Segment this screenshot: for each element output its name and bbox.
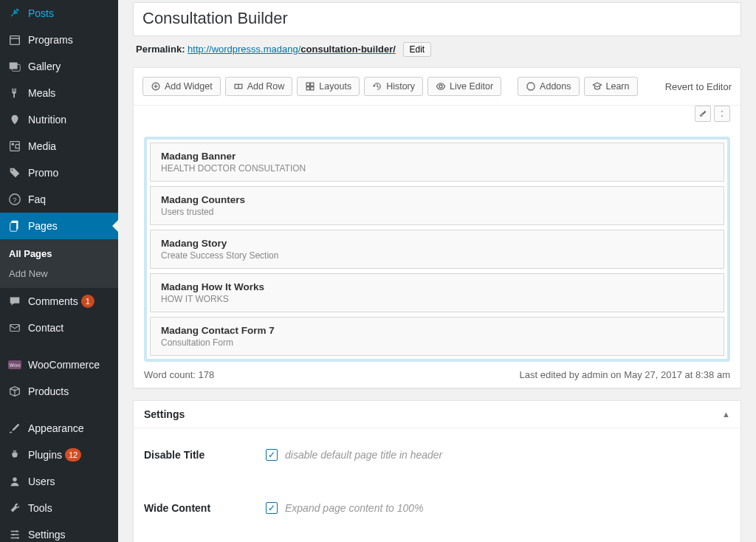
- builder-panel: Add Widget Add Row Layouts History Live …: [133, 67, 741, 388]
- sidebar-item-label: Gallery: [28, 61, 61, 72]
- widget-madang-contact-form[interactable]: Madang Contact Form 7 Consultation Form: [150, 317, 724, 356]
- revert-link[interactable]: Revert to Editor: [665, 81, 732, 92]
- svg-rect-26: [311, 87, 314, 90]
- word-count: Word count: 178: [144, 369, 214, 380]
- permalink-row: Permalink: http://wordpresss.madang/cons…: [133, 36, 741, 60]
- pages-icon: [7, 219, 22, 233]
- widget-madang-counters[interactable]: Madang Counters Users trusted: [150, 186, 724, 225]
- sidebar-item-comments[interactable]: Comments 1: [0, 288, 118, 315]
- layouts-button[interactable]: Layouts: [297, 77, 360, 96]
- sidebar-item-contact[interactable]: Contact: [0, 315, 118, 341]
- sidebar-item-label: Posts: [28, 7, 54, 19]
- addons-button[interactable]: Addons: [518, 77, 579, 96]
- sidebar-item-tools[interactable]: Tools: [0, 495, 118, 521]
- sidebar-item-posts[interactable]: Posts: [0, 0, 118, 27]
- svg-point-14: [13, 534, 15, 536]
- checkbox-wide-content[interactable]: ✓: [266, 502, 278, 514]
- sidebar-item-pages[interactable]: Pages: [0, 213, 118, 239]
- sidebar-item-users[interactable]: Users: [0, 468, 118, 495]
- setting-disable-title: Disable Title ✓ disable default page tit…: [134, 428, 740, 481]
- sidebar-item-nutrition[interactable]: Nutrition: [0, 106, 118, 133]
- edit-permalink-button[interactable]: Edit: [403, 42, 432, 57]
- sidebar-item-label: Faq: [28, 193, 46, 205]
- sidebar-sub-add-new[interactable]: Add New: [0, 264, 118, 284]
- sidebar-item-media[interactable]: Media: [0, 133, 118, 159]
- sidebar-item-meals[interactable]: Meals: [0, 80, 118, 106]
- gallery-icon: [7, 59, 22, 74]
- sidebar-item-woocommerce[interactable]: Woo WooCommerce: [0, 351, 118, 378]
- widget-madang-story[interactable]: Madang Story Create Success Story Sectio…: [150, 230, 724, 269]
- widget-subtitle: Create Success Story Section: [161, 250, 713, 261]
- widget-title: Madang Contact Form 7: [161, 325, 713, 336]
- sidebar-item-label: Users: [28, 476, 55, 487]
- setting-description: disable default page title in header: [285, 449, 442, 461]
- svg-point-4: [12, 143, 15, 146]
- row-move-icon[interactable]: [714, 106, 730, 122]
- plug-icon: [7, 447, 22, 462]
- setting-description: Expand page content to 100%: [285, 502, 424, 514]
- sidebar-item-label: Comments: [28, 295, 78, 307]
- svg-rect-25: [306, 87, 309, 90]
- widget-madang-how-it-works[interactable]: Madang How It Works HOW IT WORKS: [150, 273, 724, 312]
- widget-subtitle: HOW IT WORKS: [161, 294, 713, 304]
- widget-title: Madang Counters: [161, 194, 713, 205]
- sidebar-item-products[interactable]: Products: [0, 378, 118, 405]
- svg-point-27: [439, 85, 442, 88]
- admin-sidebar: Posts Programs Gallery Meals Nutrition M…: [0, 0, 118, 542]
- sidebar-item-label: Contact: [28, 322, 63, 334]
- sidebar-item-promo[interactable]: Promo: [0, 159, 118, 186]
- sidebar-submenu: All Pages Add New: [0, 239, 118, 288]
- help-icon: ?: [7, 192, 22, 207]
- brush-icon: [7, 421, 22, 436]
- sidebar-item-faq[interactable]: ? Faq: [0, 186, 118, 213]
- live-editor-button[interactable]: Live Editor: [427, 77, 501, 96]
- widget-subtitle: HEALTH DOCTOR CONSULTATION: [161, 163, 713, 174]
- settings-toggle[interactable]: Settings ▲: [134, 401, 740, 428]
- tag-icon: [7, 165, 22, 180]
- row-settings-icon[interactable]: [695, 106, 711, 122]
- sidebar-item-gallery[interactable]: Gallery: [0, 53, 118, 80]
- settings-panel: Settings ▲ Disable Title ✓ disable defau…: [133, 400, 741, 542]
- sidebar-item-appearance[interactable]: Appearance: [0, 415, 118, 442]
- pin-icon: [7, 6, 22, 21]
- woo-icon: Woo: [7, 357, 22, 372]
- builder-toolbar: Add Widget Add Row Layouts History Live …: [134, 68, 740, 106]
- permalink-label: Permalink:: [136, 44, 185, 55]
- title-input-box[interactable]: Consultation Builder: [133, 2, 741, 36]
- chevron-up-icon: ▲: [722, 410, 730, 419]
- add-row-button[interactable]: Add Row: [225, 77, 293, 96]
- plugins-badge: 12: [65, 448, 81, 462]
- sidebar-item-label: Programs: [28, 34, 73, 46]
- setting-label: Disable Title: [144, 449, 266, 461]
- sidebar-item-label: Products: [28, 385, 69, 397]
- page-title: Consultation Builder: [142, 9, 732, 28]
- svg-point-13: [16, 530, 18, 532]
- calendar-icon: [7, 32, 22, 47]
- add-widget-button[interactable]: Add Widget: [142, 77, 221, 96]
- checkbox-disable-title[interactable]: ✓: [266, 449, 278, 461]
- sidebar-item-label: Settings: [28, 529, 66, 541]
- sidebar-item-label: Appearance: [28, 422, 84, 434]
- svg-rect-23: [306, 83, 309, 86]
- widget-title: Madang Story: [161, 238, 713, 249]
- svg-text:?: ?: [13, 196, 16, 204]
- widget-madang-banner[interactable]: Madang Banner HEALTH DOCTOR CONSULTATION: [150, 143, 724, 182]
- permalink-link[interactable]: http://wordpresss.madang/consultation-bu…: [188, 44, 396, 55]
- setting-wide-content: Wide Content ✓ Expand page content to 10…: [134, 481, 740, 535]
- sidebar-item-plugins[interactable]: Plugins 12: [0, 442, 118, 468]
- wrench-icon: [7, 501, 22, 515]
- sidebar-item-programs[interactable]: Programs: [0, 27, 118, 53]
- svg-rect-24: [311, 83, 314, 86]
- svg-rect-0: [10, 36, 20, 45]
- widget-subtitle: Users trusted: [161, 207, 713, 217]
- comments-badge: 1: [81, 295, 94, 308]
- history-button[interactable]: History: [364, 77, 423, 96]
- setting-transparent-header: Transparent Header ✓ Make navigation hea…: [134, 535, 740, 542]
- sidebar-item-label: Pages: [28, 220, 58, 232]
- sidebar-item-label: Tools: [28, 502, 52, 514]
- svg-text:Woo: Woo: [9, 363, 20, 368]
- learn-button[interactable]: Learn: [584, 77, 638, 96]
- sidebar-item-label: Promo: [28, 167, 58, 179]
- sidebar-item-settings[interactable]: Settings: [0, 521, 118, 542]
- sidebar-sub-all-pages[interactable]: All Pages: [0, 244, 118, 264]
